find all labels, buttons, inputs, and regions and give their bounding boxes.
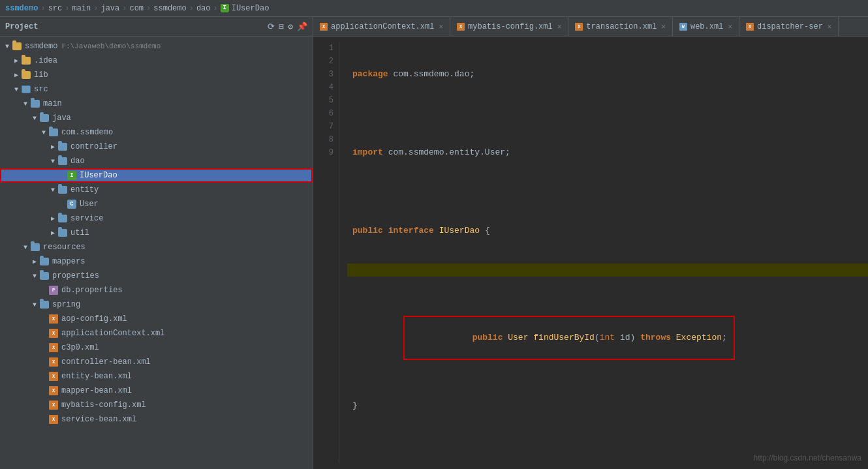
breadcrumb-dao[interactable]: dao bbox=[196, 4, 211, 13]
arrow-lib bbox=[12, 71, 21, 79]
tab-icon-web: W bbox=[679, 23, 687, 31]
tree-item-lib[interactable]: lib bbox=[0, 68, 313, 82]
tree-item-service-bean[interactable]: X service-bean.xml bbox=[0, 412, 313, 427]
xml-icon-controller-bean: X bbox=[48, 357, 59, 367]
tab-close-transaction[interactable]: ✕ bbox=[661, 22, 666, 31]
tab-transaction[interactable]: X transaction.xml ✕ bbox=[568, 17, 673, 36]
code-content: package com.ssmdemo.dao; import com.ssmd… bbox=[347, 42, 868, 464]
tree-item-mapper-bean[interactable]: X mapper-bean.xml bbox=[0, 384, 313, 398]
tree-item-c3p0[interactable]: X c3p0.xml bbox=[0, 340, 313, 355]
label-mybatis-config-xml: mybatis-config.xml bbox=[61, 401, 146, 410]
code-line-9 bbox=[347, 438, 868, 451]
sync-icon[interactable]: ⟳ bbox=[268, 22, 275, 32]
label-ssmdemo: ssmdemo bbox=[25, 42, 57, 51]
tree-item-appContext-xml[interactable]: X applicationContext.xml bbox=[0, 326, 313, 340]
props-icon-db: P bbox=[48, 285, 59, 295]
folder-icon-idea bbox=[21, 55, 31, 66]
tree-item-properties[interactable]: properties bbox=[0, 269, 313, 283]
arrow-java bbox=[30, 115, 39, 122]
sidebar-title: Project bbox=[5, 22, 38, 31]
arrow-main bbox=[21, 100, 30, 108]
settings-icon[interactable]: ⚙ bbox=[288, 22, 293, 32]
tree-item-User[interactable]: C User bbox=[0, 197, 313, 211]
tab-label-mybatis: mybatis-config.xml bbox=[468, 22, 553, 31]
folder-icon-spring bbox=[39, 299, 50, 310]
xml-icon-mybatis-config: X bbox=[48, 400, 59, 410]
tab-close-appContext[interactable]: ✕ bbox=[439, 22, 443, 31]
xml-icon-aop: X bbox=[48, 314, 59, 324]
tab-applicationContext[interactable]: X applicationContext.xml ✕ bbox=[313, 17, 450, 36]
tab-close-mybatis[interactable]: ✕ bbox=[557, 22, 562, 31]
label-idea: .idea bbox=[34, 56, 57, 65]
tab-web[interactable]: W web.xml ✕ bbox=[673, 17, 739, 36]
tab-label-transaction: transaction.xml bbox=[586, 22, 657, 31]
tab-close-dispatcher[interactable]: ✕ bbox=[828, 22, 832, 31]
code-line-1: package com.ssmdemo.dao; bbox=[347, 68, 868, 81]
arrow-com-ssmdemo bbox=[39, 129, 48, 136]
label-properties: properties bbox=[52, 271, 99, 280]
arrow-controller bbox=[48, 143, 57, 151]
breadcrumb-bar: ssmdemo › src › main › java › com › ssmd… bbox=[0, 0, 868, 17]
label-com-ssmdemo: com.ssmdemo bbox=[61, 128, 113, 137]
folder-icon-ssmdemo bbox=[12, 41, 22, 52]
tab-mybatis-config[interactable]: X mybatis-config.xml ✕ bbox=[450, 17, 568, 36]
breadcrumb-com[interactable]: com bbox=[129, 4, 144, 13]
breadcrumb-ssmdemo[interactable]: ssmdemo bbox=[153, 4, 186, 13]
tab-icon-dispatcher: X bbox=[746, 23, 754, 31]
sep1: › bbox=[40, 4, 45, 13]
code-line-7-container: public User findUserById(int id) throws … bbox=[347, 303, 868, 373]
sep4: › bbox=[122, 4, 127, 13]
watermark: http://blog.csdn.net/chensanwa bbox=[754, 453, 861, 462]
breadcrumb-main[interactable]: main bbox=[72, 4, 91, 13]
tree-item-service[interactable]: service bbox=[0, 211, 313, 226]
label-lib: lib bbox=[34, 70, 48, 80]
tree-item-ssmdemo[interactable]: ssmdemo F:\Javaweb\demo\ssmdemo bbox=[0, 39, 313, 53]
label-c3p0: c3p0.xml bbox=[61, 343, 99, 352]
label-entity: entity bbox=[70, 185, 99, 194]
code-line-3: import com.ssmdemo.entity.User; bbox=[347, 146, 868, 159]
tab-close-web[interactable]: ✕ bbox=[728, 22, 732, 31]
label-service-bean: service-bean.xml bbox=[61, 415, 136, 424]
sep3: › bbox=[93, 4, 98, 13]
folder-icon-controller bbox=[57, 142, 68, 152]
breadcrumb-java[interactable]: java bbox=[101, 4, 119, 13]
breadcrumb-src[interactable]: src bbox=[48, 4, 63, 13]
breadcrumb-project[interactable]: ssmdemo bbox=[5, 4, 38, 13]
path-ssmdemo: F:\Javaweb\demo\ssmdemo bbox=[61, 42, 161, 50]
tree-item-main[interactable]: main bbox=[0, 97, 313, 111]
tree-item-src[interactable]: src bbox=[0, 82, 313, 97]
tree-item-java[interactable]: java bbox=[0, 111, 313, 125]
folder-icon-properties bbox=[39, 271, 50, 281]
folder-icon-service bbox=[57, 213, 68, 224]
tree-item-IUserDao[interactable]: I IUserDao bbox=[0, 168, 313, 183]
breadcrumb-IUserDao[interactable]: IUserDao bbox=[232, 4, 270, 13]
tree-item-com-ssmdemo[interactable]: com.ssmdemo bbox=[0, 125, 313, 140]
tree-item-aop-config[interactable]: X aop-config.xml bbox=[0, 312, 313, 326]
tab-dispatcher[interactable]: X dispatcher-ser ✕ bbox=[739, 17, 839, 36]
code-line-8: } bbox=[347, 399, 868, 412]
label-aop-config: aop-config.xml bbox=[61, 314, 127, 324]
tree-item-controller-bean[interactable]: X controller-bean.xml bbox=[0, 355, 313, 369]
pin-icon[interactable]: 📌 bbox=[297, 22, 307, 32]
code-area[interactable]: 1 2 3 4 5 6 7 8 9 package com.ssmdemo.da… bbox=[313, 37, 868, 469]
sidebar-tree[interactable]: ssmdemo F:\Javaweb\demo\ssmdemo .idea bbox=[0, 37, 313, 469]
sep6: › bbox=[189, 4, 194, 13]
tree-item-entity[interactable]: entity bbox=[0, 183, 313, 197]
tree-item-mybatis-config-xml[interactable]: X mybatis-config.xml bbox=[0, 398, 313, 412]
tree-item-entity-bean[interactable]: X entity-bean.xml bbox=[0, 369, 313, 384]
folder-icon-dao bbox=[57, 156, 68, 166]
code-line-2 bbox=[347, 107, 868, 120]
folder-icon-mappers bbox=[39, 256, 50, 267]
tree-item-db-properties[interactable]: P db.properties bbox=[0, 283, 313, 297]
tree-item-spring[interactable]: spring bbox=[0, 297, 313, 312]
tree-item-dao[interactable]: dao bbox=[0, 154, 313, 168]
tree-item-util[interactable]: util bbox=[0, 226, 313, 240]
tree-item-mappers[interactable]: mappers bbox=[0, 254, 313, 269]
tree-item-controller[interactable]: controller bbox=[0, 140, 313, 154]
main-layout: Project ⟳ ⊟ ⚙ 📌 ssmdemo F:\Javaweb\demo\… bbox=[0, 17, 868, 469]
arrow-properties bbox=[30, 273, 39, 280]
tree-item-idea[interactable]: .idea bbox=[0, 53, 313, 68]
tree-item-resources[interactable]: resources bbox=[0, 240, 313, 254]
collapse-icon[interactable]: ⊟ bbox=[279, 22, 284, 32]
label-appContext-xml: applicationContext.xml bbox=[61, 329, 164, 338]
